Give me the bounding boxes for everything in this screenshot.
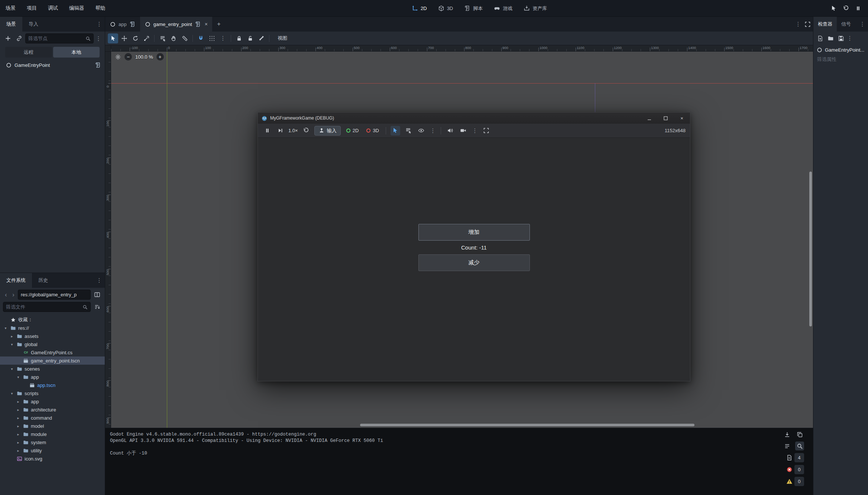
collapse-arrow-icon[interactable]: ▾ bbox=[16, 375, 21, 379]
smart-snap-icon[interactable] bbox=[195, 33, 206, 43]
scene-tab-game-entry-point[interactable]: game_entry_point × bbox=[140, 17, 212, 32]
search-log-button[interactable] bbox=[795, 442, 804, 450]
run-restart-icon[interactable] bbox=[843, 5, 849, 12]
minimize-button[interactable] bbox=[641, 113, 657, 124]
remote-button[interactable]: 远程 bbox=[5, 47, 52, 58]
file-tree-item[interactable]: ▾scripts bbox=[0, 389, 105, 397]
zoom-level[interactable]: 100.0 % bbox=[135, 54, 153, 60]
tab-filesystem[interactable]: 文件系统 bbox=[0, 273, 32, 288]
file-tree-item[interactable]: ▾scenes bbox=[0, 365, 105, 373]
errors-filter-badge[interactable]: 0 bbox=[786, 465, 804, 474]
mode-2d-button[interactable]: 2D bbox=[344, 128, 361, 133]
input-mode-toggle[interactable]: 输入 bbox=[314, 126, 341, 136]
expand-arrow-icon[interactable]: ▸ bbox=[16, 400, 21, 404]
collapse-messages-button[interactable] bbox=[783, 442, 791, 450]
expand-arrow-icon[interactable]: ▸ bbox=[16, 449, 21, 453]
inspector-object-header[interactable]: GameEntryPoint... bbox=[813, 45, 868, 55]
game-select-mode-icon[interactable] bbox=[391, 126, 400, 136]
file-tree-item[interactable]: app.tscn bbox=[0, 381, 105, 389]
file-tree-item[interactable]: ▸architecture bbox=[0, 406, 105, 414]
file-tree-item[interactable]: ▾res:// bbox=[0, 324, 105, 332]
lock-selected-icon[interactable] bbox=[234, 33, 244, 43]
path-field[interactable] bbox=[18, 290, 91, 300]
filter-files-input[interactable] bbox=[6, 304, 80, 310]
game-window-titlebar[interactable]: MyGFrameworkGame (DEBUG) × bbox=[258, 113, 690, 124]
selection-menu-icon[interactable]: ⋮ bbox=[430, 127, 436, 134]
collapse-arrow-icon[interactable]: ▾ bbox=[9, 342, 14, 346]
menu-debug[interactable]: 调试 bbox=[42, 0, 64, 16]
camera-menu-icon[interactable]: ⋮ bbox=[472, 127, 478, 134]
file-tree-item[interactable]: ▸module bbox=[0, 430, 105, 438]
expand-arrow-icon[interactable]: ▸ bbox=[9, 334, 14, 338]
inspector-extra-menu-icon[interactable]: ⋮ bbox=[846, 35, 853, 42]
filter-properties-field[interactable] bbox=[813, 55, 868, 63]
run-cursor-icon[interactable] bbox=[830, 5, 837, 12]
game-viewport[interactable]: 增加 Count: -11 减少 bbox=[258, 138, 690, 381]
node-list-mode-icon[interactable] bbox=[404, 126, 413, 136]
tab-inspector[interactable]: 检查器 bbox=[813, 17, 837, 32]
collapse-arrow-icon[interactable]: ▾ bbox=[9, 367, 14, 371]
load-resource-button[interactable] bbox=[826, 33, 835, 43]
ruler-tool-icon[interactable] bbox=[179, 33, 190, 43]
expand-arrow-icon[interactable]: ▸ bbox=[16, 424, 21, 428]
file-tree-item[interactable]: C#GameEntryPoint.cs bbox=[0, 348, 105, 356]
pan-tool-icon[interactable] bbox=[168, 33, 179, 43]
collapse-arrow-icon[interactable]: ▾ bbox=[9, 391, 14, 395]
close-tab-icon[interactable]: × bbox=[205, 21, 208, 27]
vertical-scrollbar[interactable] bbox=[809, 172, 812, 326]
workspace-script[interactable]: 脚本 bbox=[459, 0, 488, 17]
file-tree-item[interactable]: game_entry_point.tscn bbox=[0, 356, 105, 365]
new-resource-button[interactable] bbox=[815, 33, 825, 43]
attached-script-icon[interactable] bbox=[95, 62, 101, 68]
reset-speed-icon[interactable] bbox=[301, 126, 311, 136]
file-tree-item[interactable]: ▸app bbox=[0, 397, 105, 406]
warnings-filter-badge[interactable]: 0 bbox=[786, 477, 804, 486]
run-pause-icon[interactable] bbox=[855, 5, 861, 12]
tab-signals[interactable]: 信号 bbox=[837, 17, 855, 32]
split-view-button[interactable] bbox=[92, 290, 102, 300]
menu-project[interactable]: 项目 bbox=[21, 0, 42, 16]
file-tree-item[interactable]: ▸command bbox=[0, 414, 105, 422]
unlock-selected-icon[interactable] bbox=[245, 33, 255, 43]
file-tree-item[interactable]: 收藏： bbox=[0, 316, 105, 324]
local-button[interactable]: 本地 bbox=[53, 47, 100, 58]
maximize-button[interactable] bbox=[657, 113, 674, 124]
mute-audio-icon[interactable] bbox=[446, 126, 455, 136]
add-node-button[interactable] bbox=[3, 34, 13, 43]
next-frame-icon[interactable] bbox=[275, 126, 285, 136]
snap-options-icon[interactable]: ⋮ bbox=[218, 33, 228, 43]
game-debug-window[interactable]: MyGFrameworkGame (DEBUG) × 1.0× 输入 2D bbox=[258, 112, 690, 381]
embed-fullscreen-icon[interactable] bbox=[482, 126, 491, 136]
tab-history[interactable]: 历史 bbox=[32, 273, 54, 288]
grid-snap-icon[interactable] bbox=[207, 33, 217, 43]
tabbar-menu-icon[interactable]: ⋮ bbox=[795, 21, 801, 27]
center-view-icon[interactable] bbox=[115, 54, 121, 60]
move-tool-icon[interactable] bbox=[119, 33, 129, 43]
zoom-out-button[interactable]: − bbox=[124, 53, 132, 61]
file-tree-item[interactable]: ▸system bbox=[0, 438, 105, 446]
zoom-in-button[interactable]: + bbox=[156, 53, 164, 61]
expand-arrow-icon[interactable]: ▸ bbox=[16, 408, 21, 412]
pause-game-icon[interactable] bbox=[262, 126, 272, 136]
save-resource-button[interactable] bbox=[836, 33, 846, 43]
filter-nodes-input[interactable] bbox=[28, 36, 83, 41]
nav-back-icon[interactable]: ‹ bbox=[3, 292, 9, 298]
decrease-button[interactable]: 减少 bbox=[418, 254, 530, 271]
filesystem-dock-menu-icon[interactable]: ⋮ bbox=[96, 277, 103, 284]
toggle-visibility-icon[interactable] bbox=[417, 126, 426, 136]
select-tool-icon[interactable] bbox=[108, 33, 118, 43]
tab-import[interactable]: 导入 bbox=[22, 17, 45, 32]
camera-override-icon[interactable] bbox=[459, 126, 468, 136]
rotate-tool-icon[interactable] bbox=[130, 33, 140, 43]
new-scene-tab-button[interactable]: + bbox=[212, 17, 226, 32]
menu-editor[interactable]: 编辑器 bbox=[64, 0, 90, 16]
mode-3d-button[interactable]: 3D bbox=[364, 128, 381, 133]
file-tree-item[interactable]: ▸assets bbox=[0, 332, 105, 340]
collapse-arrow-icon[interactable]: ▾ bbox=[3, 326, 8, 330]
instance-scene-button[interactable] bbox=[14, 34, 24, 43]
filter-properties-input[interactable] bbox=[817, 56, 864, 62]
tab-scene[interactable]: 场景 bbox=[0, 17, 22, 32]
skeleton-options-icon[interactable] bbox=[256, 33, 266, 43]
workspace-game[interactable]: 游戏 bbox=[489, 0, 517, 17]
scene-dock-menu-icon[interactable]: ⋮ bbox=[96, 21, 103, 27]
